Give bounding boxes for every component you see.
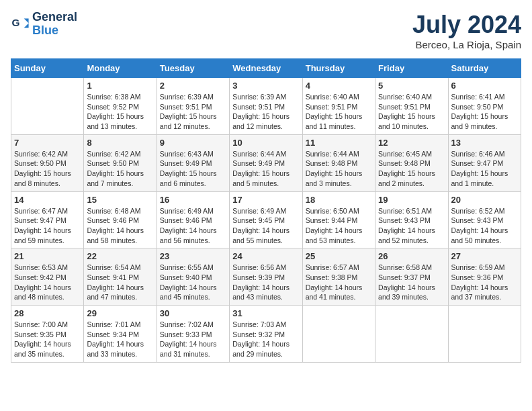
svg-marker-1 [24, 18, 29, 28]
day-number: 21 [14, 251, 81, 261]
sunrise-text: Sunrise: 7:01 AM [87, 320, 140, 328]
daylight-text: Daylight: 14 hours and 50 minutes. [451, 226, 508, 244]
sunset-text: Sunset: 9:32 PM [232, 330, 285, 338]
day-number: 23 [160, 251, 226, 261]
daylight-text: Daylight: 14 hours and 33 minutes. [87, 340, 144, 358]
cell-content: Sunrise: 6:44 AM Sunset: 9:48 PM Dayligh… [306, 149, 372, 189]
cell-content: Sunrise: 7:02 AM Sunset: 9:33 PM Dayligh… [160, 320, 226, 359]
calendar-cell: 5 Sunrise: 6:40 AM Sunset: 9:51 PM Dayli… [375, 78, 448, 135]
day-number: 29 [87, 308, 153, 318]
daylight-text: Daylight: 14 hours and 35 minutes. [14, 340, 71, 358]
day-number: 22 [87, 251, 153, 261]
day-number: 18 [306, 195, 372, 205]
day-number: 3 [232, 81, 299, 91]
day-number: 27 [451, 251, 518, 261]
day-number: 13 [451, 138, 518, 148]
sunset-text: Sunset: 9:36 PM [451, 273, 504, 281]
day-number: 24 [232, 251, 299, 261]
sunset-text: Sunset: 9:50 PM [14, 159, 66, 167]
cell-content: Sunrise: 6:40 AM Sunset: 9:51 PM Dayligh… [378, 92, 445, 132]
sunrise-text: Sunrise: 6:49 AM [232, 207, 286, 215]
calendar-table: SundayMondayTuesdayWednesdayThursdayFrid… [11, 58, 521, 363]
sunset-text: Sunset: 9:44 PM [306, 216, 358, 224]
cell-content: Sunrise: 6:59 AM Sunset: 9:36 PM Dayligh… [451, 263, 518, 302]
cell-content: Sunrise: 6:49 AM Sunset: 9:45 PM Dayligh… [232, 206, 299, 246]
daylight-text: Daylight: 14 hours and 39 minutes. [378, 283, 435, 302]
sunset-text: Sunset: 9:49 PM [160, 159, 212, 167]
cell-content: Sunrise: 6:44 AM Sunset: 9:49 PM Dayligh… [232, 149, 299, 189]
day-number: 11 [306, 138, 372, 148]
col-header-tuesday: Tuesday [157, 59, 229, 78]
day-number: 5 [378, 81, 445, 91]
sunset-text: Sunset: 9:35 PM [14, 330, 66, 338]
main-title: July 2024 [412, 11, 521, 39]
sunset-text: Sunset: 9:39 PM [232, 273, 285, 281]
col-header-saturday: Saturday [448, 59, 521, 78]
col-header-friday: Friday [375, 59, 448, 78]
daylight-text: Daylight: 15 hours and 6 minutes. [160, 169, 217, 187]
cell-content: Sunrise: 6:57 AM Sunset: 9:38 PM Dayligh… [306, 263, 372, 302]
sunrise-text: Sunrise: 6:51 AM [378, 207, 432, 215]
sunrise-text: Sunrise: 6:59 AM [451, 263, 505, 271]
calendar-cell: 15 Sunrise: 6:48 AM Sunset: 9:46 PM Dayl… [84, 191, 157, 248]
sunset-text: Sunset: 9:38 PM [306, 273, 358, 281]
sunrise-text: Sunrise: 6:52 AM [451, 207, 505, 215]
daylight-text: Daylight: 15 hours and 11 minutes. [306, 112, 363, 130]
sunset-text: Sunset: 9:41 PM [87, 273, 139, 281]
day-number: 15 [87, 195, 153, 205]
sunrise-text: Sunrise: 6:48 AM [87, 207, 140, 215]
sunrise-text: Sunrise: 6:38 AM [87, 93, 140, 101]
week-row-2: 14 Sunrise: 6:47 AM Sunset: 9:47 PM Dayl… [11, 191, 521, 248]
sunrise-text: Sunrise: 6:42 AM [14, 150, 68, 158]
cell-content: Sunrise: 6:49 AM Sunset: 9:46 PM Dayligh… [160, 206, 226, 246]
sunset-text: Sunset: 9:51 PM [306, 103, 358, 111]
day-number: 31 [232, 308, 299, 318]
cell-content: Sunrise: 6:43 AM Sunset: 9:49 PM Dayligh… [160, 149, 226, 189]
cell-content: Sunrise: 7:03 AM Sunset: 9:32 PM Dayligh… [232, 320, 299, 359]
logo-line2: Blue [32, 24, 58, 37]
calendar-cell: 2 Sunrise: 6:39 AM Sunset: 9:51 PM Dayli… [157, 78, 229, 135]
sunrise-text: Sunrise: 6:50 AM [306, 207, 359, 215]
cell-content: Sunrise: 6:56 AM Sunset: 9:39 PM Dayligh… [232, 263, 299, 302]
calendar-cell: 10 Sunrise: 6:44 AM Sunset: 9:49 PM Dayl… [230, 134, 302, 191]
cell-content: Sunrise: 7:00 AM Sunset: 9:35 PM Dayligh… [14, 320, 81, 359]
day-number: 4 [306, 81, 372, 91]
daylight-text: Daylight: 14 hours and 52 minutes. [378, 226, 435, 244]
logo: G General Blue [11, 11, 77, 38]
calendar-cell: 12 Sunrise: 6:45 AM Sunset: 9:48 PM Dayl… [375, 134, 448, 191]
daylight-text: Daylight: 14 hours and 53 minutes. [306, 226, 363, 244]
day-number: 19 [378, 195, 445, 205]
daylight-text: Daylight: 15 hours and 2 minutes. [378, 169, 435, 187]
calendar-cell: 26 Sunrise: 6:58 AM Sunset: 9:37 PM Dayl… [375, 248, 448, 306]
title-block: July 2024 Berceo, La Rioja, Spain [412, 11, 521, 50]
cell-content: Sunrise: 6:38 AM Sunset: 9:52 PM Dayligh… [87, 92, 153, 132]
sunrise-text: Sunrise: 6:53 AM [14, 263, 68, 271]
week-row-1: 7 Sunrise: 6:42 AM Sunset: 9:50 PM Dayli… [11, 134, 521, 191]
cell-content: Sunrise: 6:52 AM Sunset: 9:43 PM Dayligh… [451, 206, 518, 246]
daylight-text: Daylight: 15 hours and 9 minutes. [451, 112, 508, 130]
daylight-text: Daylight: 14 hours and 58 minutes. [87, 226, 144, 244]
subtitle: Berceo, La Rioja, Spain [412, 39, 521, 50]
daylight-text: Daylight: 15 hours and 5 minutes. [232, 169, 290, 187]
sunset-text: Sunset: 9:46 PM [160, 216, 212, 224]
sunrise-text: Sunrise: 6:45 AM [378, 150, 432, 158]
cell-content: Sunrise: 6:42 AM Sunset: 9:50 PM Dayligh… [87, 149, 153, 189]
calendar-cell: 24 Sunrise: 6:56 AM Sunset: 9:39 PM Dayl… [230, 248, 302, 306]
day-number: 10 [232, 138, 299, 148]
calendar-cell: 23 Sunrise: 6:55 AM Sunset: 9:40 PM Dayl… [157, 248, 229, 306]
logo-line1: General [32, 11, 77, 24]
cell-content: Sunrise: 6:50 AM Sunset: 9:44 PM Dayligh… [306, 206, 372, 246]
col-header-sunday: Sunday [11, 59, 84, 78]
calendar-cell: 31 Sunrise: 7:03 AM Sunset: 9:32 PM Dayl… [230, 306, 302, 363]
calendar-cell: 9 Sunrise: 6:43 AM Sunset: 9:49 PM Dayli… [157, 134, 229, 191]
calendar-cell [375, 306, 448, 363]
sunrise-text: Sunrise: 6:57 AM [306, 263, 359, 271]
sunset-text: Sunset: 9:47 PM [451, 159, 504, 167]
calendar-cell [448, 306, 521, 363]
day-number: 12 [378, 138, 445, 148]
sunset-text: Sunset: 9:46 PM [87, 216, 139, 224]
col-header-monday: Monday [84, 59, 157, 78]
day-number: 14 [14, 195, 81, 205]
calendar-cell: 8 Sunrise: 6:42 AM Sunset: 9:50 PM Dayli… [84, 134, 157, 191]
calendar-cell [302, 306, 375, 363]
